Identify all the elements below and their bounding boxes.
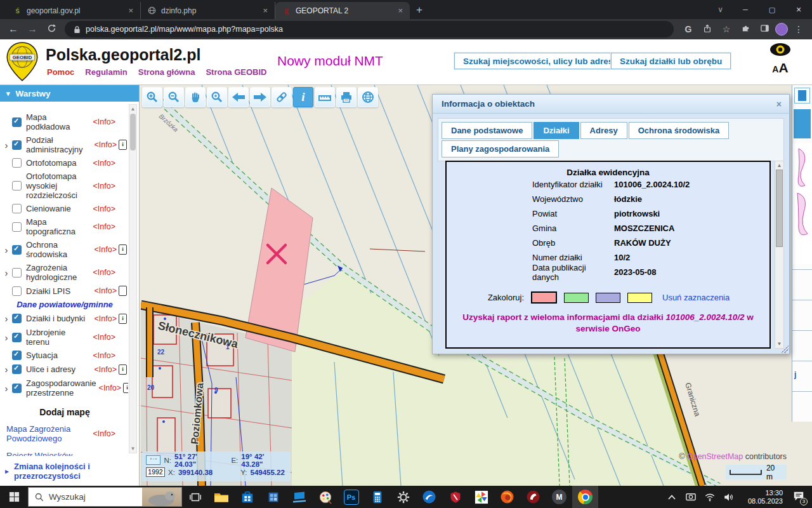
layer-info-link[interactable]: <Info> <box>95 140 117 149</box>
expand-icon[interactable]: › <box>1 332 11 343</box>
nmt-banner-link[interactable]: Nowy moduł NMT <box>277 53 383 69</box>
search-place-button[interactable]: Szukaj miejscowości, ulicy lub adresu <box>454 53 627 69</box>
contrast-eye-icon[interactable] <box>768 41 793 58</box>
taskbar-search-input[interactable]: Wyszukaj <box>28 487 182 507</box>
dms-format-button[interactable]: ° ' " <box>146 455 160 465</box>
tab-close-icon[interactable]: × <box>396 6 405 15</box>
antivirus-button[interactable] <box>442 486 468 508</box>
nav-regulamin-link[interactable]: Regulamin <box>85 67 127 77</box>
photoshop-button[interactable]: Ps <box>338 486 364 508</box>
layer-checkbox[interactable] <box>12 286 22 296</box>
browser-back-icon[interactable]: ← <box>4 23 23 35</box>
profile-avatar[interactable] <box>775 23 788 36</box>
map-canvas[interactable]: Słonecznikowa Poziomkowa Graniczna Brzóz… <box>140 85 812 486</box>
toolbar-measure-button[interactable] <box>315 87 335 107</box>
layer-checkbox[interactable] <box>12 140 22 150</box>
app-tiles-button[interactable] <box>260 486 286 508</box>
tab-ochrona-srodowiska[interactable]: Ochrona środowiska <box>629 122 730 139</box>
expand-icon[interactable]: › <box>1 267 11 278</box>
layer-checkbox[interactable] <box>12 245 22 255</box>
browser-menu-icon[interactable]: ⋮ <box>790 24 807 34</box>
layer-info-link[interactable]: <Info> <box>93 204 115 213</box>
layer-info-link[interactable]: <Info> <box>93 268 115 277</box>
browser-forward-icon[interactable]: → <box>23 23 42 35</box>
layer-info-link[interactable]: <Info> <box>95 365 117 374</box>
layer-checkbox[interactable] <box>12 204 22 213</box>
layer-checkbox[interactable] <box>12 364 22 374</box>
layers-panel-header[interactable]: ▾ Warstwy <box>0 85 139 102</box>
tab-adresy[interactable]: Adresy <box>580 122 627 139</box>
tab-dzialki[interactable]: Działki <box>534 122 579 139</box>
panel-blue-swatch[interactable] <box>794 109 811 138</box>
tray-expand-button[interactable] <box>662 486 681 508</box>
info-doc-icon[interactable]: i <box>119 244 127 255</box>
toolbar-print-button[interactable] <box>336 87 357 107</box>
chrome-button-active[interactable] <box>572 486 598 508</box>
toolbar-back-button[interactable] <box>228 87 249 107</box>
motorola-button[interactable]: M <box>546 486 572 508</box>
scrollbar-thumb[interactable] <box>776 170 783 247</box>
window-close-button[interactable]: × <box>785 0 812 19</box>
layer-info-link[interactable]: <Info> <box>95 286 117 295</box>
dialog-close-icon[interactable]: × <box>776 99 782 109</box>
info-doc-icon[interactable]: i <box>119 364 127 375</box>
sidebar-scrollbar[interactable]: ▲ ▼ <box>129 104 137 453</box>
color-swatch-pink[interactable] <box>531 291 557 304</box>
expand-icon[interactable]: › <box>1 244 11 255</box>
computer-app-button[interactable] <box>286 486 312 508</box>
clear-selection-link[interactable]: Usuń zaznaczenia <box>662 293 730 302</box>
scroll-up-icon[interactable]: ▲ <box>775 163 783 168</box>
scrollbar-thumb[interactable] <box>130 114 136 150</box>
tab-dane-podstawowe[interactable]: Dane podstawowe <box>442 122 532 139</box>
layer-checkbox[interactable] <box>12 333 22 342</box>
window-minimize-button[interactable]: ─ <box>732 0 759 19</box>
action-center-button[interactable]: 3 <box>785 486 812 508</box>
paint-app-button[interactable] <box>312 486 338 508</box>
info-doc-icon[interactable]: i <box>119 314 127 324</box>
layer-info-link[interactable]: <Info> <box>93 351 115 360</box>
color-swatch-yellow[interactable] <box>627 293 652 303</box>
crs-1992-button[interactable]: 1992 <box>146 467 165 477</box>
doc-icon[interactable] <box>119 286 127 296</box>
expand-icon[interactable]: › <box>1 364 11 375</box>
tab-geoportal-gov[interactable]: ś geoportal.gov.pl × <box>6 2 141 19</box>
bookmark-star-icon[interactable]: ☆ <box>718 24 735 34</box>
share-icon[interactable] <box>699 24 716 35</box>
dialog-resize-handle[interactable] <box>781 345 789 353</box>
expand-icon[interactable]: › <box>1 313 11 324</box>
toolbar-zoom-selection-button[interactable] <box>207 87 227 107</box>
google-lens-icon[interactable]: G <box>680 24 697 34</box>
wifi-button[interactable] <box>700 486 719 508</box>
layer-info-link[interactable]: <Info> <box>93 182 115 190</box>
ongeo-report-link[interactable]: Uzyskaj raport z wieloma informacjami dl… <box>456 312 761 335</box>
side-panel-icon[interactable] <box>756 23 773 35</box>
tab-dzinfo[interactable]: dzinfo.php × <box>141 2 275 19</box>
tray-monitor-button[interactable] <box>681 486 700 508</box>
layer-info-link[interactable]: <Info> <box>95 314 117 323</box>
layer-info-link[interactable]: <Info> <box>93 333 115 342</box>
nav-strona-geobid-link[interactable]: Strona GEOBID <box>206 67 266 77</box>
extensions-puzzle-icon[interactable] <box>737 23 754 35</box>
toolbar-link-button[interactable] <box>272 87 292 107</box>
layer-checkbox[interactable] <box>12 384 22 393</box>
start-button[interactable] <box>0 486 28 508</box>
nav-strona-glowna-link[interactable]: Strona główna <box>138 67 195 77</box>
layer-info-link[interactable]: <Info> <box>93 429 115 438</box>
microsoft-store-button[interactable] <box>234 486 260 508</box>
expand-icon[interactable]: › <box>1 383 11 394</box>
add-map-link[interactable]: Mapa Zagrożenia Powodziowego <box>6 424 91 443</box>
add-map-link[interactable]: Rejestr Wniosków Decyzji i Zgłoszeń w sp… <box>6 451 91 456</box>
layer-checkbox[interactable] <box>12 351 22 360</box>
firefox-button[interactable] <box>494 486 520 508</box>
tab-close-icon[interactable]: × <box>261 6 270 15</box>
toolbar-pan-button[interactable] <box>185 87 206 107</box>
browser-reload-icon[interactable] <box>42 23 61 36</box>
panel-tool-icon[interactable] <box>794 88 810 104</box>
photos-app-button[interactable] <box>468 486 494 508</box>
layer-checkbox[interactable] <box>12 314 22 323</box>
info-doc-icon[interactable]: i <box>123 383 128 393</box>
tab-plany-zagospodarowania[interactable]: Plany zagospodarowania <box>442 140 559 157</box>
file-explorer-button[interactable] <box>208 486 234 508</box>
layer-checkbox[interactable] <box>12 268 22 277</box>
layer-checkbox[interactable] <box>12 158 22 168</box>
